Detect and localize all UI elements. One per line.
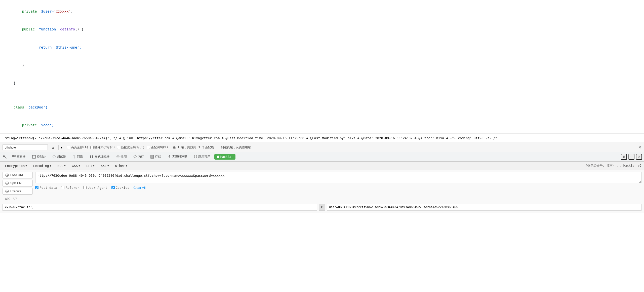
user-agent-label[interactable]: User Agent <box>83 186 107 190</box>
svg-rect-19 <box>196 155 197 157</box>
code-area: private $user='xxxxxx'; public function … <box>0 0 644 133</box>
search-input[interactable] <box>3 144 48 150</box>
browser-toolbar: 查看器 控制台 调试器 网络 {} 样式编辑器 性能 内存 存储 无障碍环境 应… <box>0 152 644 162</box>
tab-hackbar[interactable]: HackBar <box>214 154 236 160</box>
search-up-button[interactable]: ▲ <box>50 145 56 150</box>
post-data-checkbox[interactable] <box>35 186 38 189</box>
menu-lfi[interactable]: LFI ▾ <box>84 163 97 169</box>
hackbar-menu: Encryption ▾ Encoding ▾ SQL ▾ XSS ▾ LFI … <box>0 162 644 170</box>
search-down-button[interactable]: ▼ <box>58 145 65 150</box>
code-line: class backDoor{ <box>5 98 639 116</box>
tab-network[interactable]: 网络 <box>70 154 86 160</box>
svg-rect-20 <box>194 157 195 158</box>
hackbar-options: Post data Referer User Agent Cookies Cle… <box>35 185 641 191</box>
load-url-icon <box>5 173 9 177</box>
svg-rect-12 <box>151 155 154 158</box>
match-word-label[interactable]: 匹配词句(W) <box>147 145 168 150</box>
referer-checkbox[interactable] <box>61 186 64 189</box>
search-result: 第 1 项，共找到 3 个匹配项 <box>173 145 214 150</box>
close-devtools-button[interactable]: ✕ <box>636 154 642 160</box>
code-line: private $user='xxxxxx'; <box>5 3 639 20</box>
load-url-button[interactable]: Load URL <box>3 172 33 178</box>
svg-line-8 <box>74 158 75 158</box>
tab-accessibility[interactable]: 无障碍环境 <box>165 154 190 160</box>
code-line: private $code; <box>5 116 639 133</box>
highlight-all-checkbox[interactable] <box>67 146 70 149</box>
hackbar-panel: Encryption ▾ Encoding ▾ SQL ▾ XSS ▾ LFI … <box>0 162 644 213</box>
match-case-label[interactable]: 区分大小写(C) <box>90 145 115 150</box>
post-data-label[interactable]: Post data <box>35 186 57 190</box>
tab-style-editor[interactable]: {} 样式编辑器 <box>87 154 112 160</box>
svg-marker-27 <box>7 191 8 192</box>
tab-console[interactable]: 控制台 <box>30 154 48 160</box>
tab-performance[interactable]: 性能 <box>114 154 129 160</box>
more-options-button[interactable]: ··· <box>628 154 634 160</box>
toolbar-right-icons: ⧉ ··· ✕ <box>621 154 642 160</box>
bottom-right-label: C <box>319 204 325 211</box>
code-line: } <box>5 56 639 74</box>
menu-xss[interactable]: XSS ▾ <box>69 163 83 169</box>
bottom-left-input[interactable] <box>3 204 317 211</box>
user-agent-checkbox[interactable] <box>83 186 87 189</box>
match-diacritic-checkbox[interactable] <box>117 146 120 149</box>
hackbar-bottom: C <box>0 204 644 213</box>
svg-rect-18 <box>194 155 195 157</box>
url-input[interactable] <box>35 172 641 183</box>
add-label: ADD "/" <box>3 196 33 202</box>
match-word-checkbox[interactable] <box>147 146 150 149</box>
svg-point-10 <box>117 156 118 157</box>
bottom-right-input[interactable] <box>327 204 641 211</box>
code-line: public function getInfo() { <box>5 20 639 38</box>
menu-other[interactable]: Other ▾ <box>113 163 130 169</box>
hackbar-content: Load URL Split URL Execute ADD "/" <box>0 170 644 204</box>
search-bar: ▲ ▼ 高亮全部(A) 区分大小写(C) 匹配变音符号(I) 匹配词句(W) 第… <box>0 143 644 152</box>
flag-text: $flag="ctfshow{75b72c8e-79ce-4a46-badc-7… <box>5 136 497 140</box>
menu-encoding[interactable]: Encoding ▾ <box>31 163 54 169</box>
svg-point-5 <box>53 156 55 158</box>
menu-xxe[interactable]: XXE ▾ <box>98 163 112 169</box>
cookies-checkbox[interactable] <box>111 186 115 189</box>
execute-button[interactable]: Execute <box>3 188 33 195</box>
hackbar-copyright: ©微信公众号: 江南小虫虫 HackBar v2 <box>586 164 641 168</box>
svg-rect-3 <box>14 155 15 157</box>
split-url-icon <box>5 181 9 185</box>
split-url-button[interactable]: Split URL <box>3 180 33 187</box>
tab-memory[interactable]: 内存 <box>131 154 146 160</box>
hackbar-left: Load URL Split URL Execute ADD "/" <box>3 172 33 202</box>
svg-rect-4 <box>32 155 35 158</box>
tab-storage[interactable]: 存储 <box>148 154 164 160</box>
execute-icon <box>5 190 9 193</box>
match-case-checkbox[interactable] <box>90 146 94 149</box>
svg-rect-2 <box>12 155 14 157</box>
tab-viewer[interactable]: 查看器 <box>10 154 28 160</box>
code-line: } <box>5 75 639 92</box>
svg-rect-0 <box>3 155 5 157</box>
svg-point-15 <box>169 155 170 156</box>
code-line: return $this->user; <box>5 39 639 56</box>
search-wrap-text: 到达页尾，从页首继续 <box>221 145 251 150</box>
svg-line-7 <box>73 155 74 156</box>
svg-marker-11 <box>134 155 137 158</box>
clear-all-button[interactable]: Clear All <box>133 186 145 190</box>
toolbar-pick-icon[interactable] <box>2 154 8 160</box>
split-console-button[interactable]: ⧉ <box>621 154 627 160</box>
cookies-label[interactable]: Cookies <box>111 186 130 190</box>
menu-sql[interactable]: SQL ▾ <box>55 163 68 169</box>
highlight-all-label[interactable]: 高亮全部(A) <box>67 145 89 150</box>
tab-application[interactable]: 应用程序 <box>191 154 213 160</box>
referer-label[interactable]: Referer <box>61 186 79 190</box>
tab-debugger[interactable]: 调试器 <box>50 154 68 160</box>
hackbar-right: Post data Referer User Agent Cookies Cle… <box>35 172 641 191</box>
svg-point-22 <box>217 156 219 158</box>
svg-line-1 <box>5 157 7 158</box>
svg-rect-21 <box>196 157 197 158</box>
search-close-button[interactable]: ✕ <box>638 145 641 150</box>
flag-bar: $flag="ctfshow{75b72c8e-79ce-4a46-badc-7… <box>0 133 644 143</box>
menu-encryption[interactable]: Encryption ▾ <box>3 163 30 169</box>
match-diacritic-label[interactable]: 匹配变音符号(I) <box>117 145 145 150</box>
